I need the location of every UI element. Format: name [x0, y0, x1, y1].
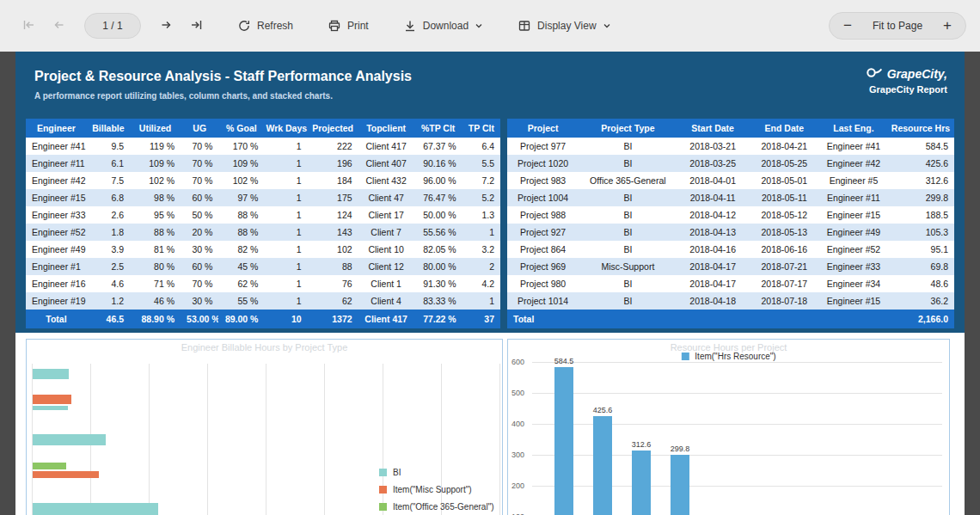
bar-segment [33, 395, 71, 404]
refresh-button[interactable]: Refresh [229, 12, 302, 40]
legend-item: BI [379, 467, 494, 478]
table-cell: 1 [264, 155, 307, 172]
legend-item: Item("Misc Support") [379, 484, 494, 495]
display-view-button[interactable]: Display View [509, 12, 619, 40]
table-cell: 50.00 % [414, 206, 462, 224]
table-cell: 70 % [181, 138, 218, 155]
table-cell: 2.6 [87, 206, 130, 224]
table-cell: 124 [308, 206, 358, 224]
table-cell: Client 1 [358, 275, 414, 292]
table-cell: 83.33 % [414, 292, 462, 310]
report-page: Project & Resource Analysis - Staff Perf… [15, 52, 965, 515]
refresh-label: Refresh [257, 20, 293, 32]
table-cell: 2018-03-21 [677, 138, 749, 155]
table-row: Project 969Misc-Support2018-04-172018-07… [507, 258, 954, 275]
table-cell: 60 % [181, 189, 218, 206]
table-cell: Client 10 [358, 241, 414, 258]
table-cell: BI [579, 241, 677, 258]
table-cell: 2018-05-11 [749, 189, 820, 206]
table-cell: 6.8 [87, 189, 130, 206]
table-cell: Client 432 [358, 172, 414, 189]
table-cell: 1 [462, 224, 500, 241]
table-cell: Engineer #1 [26, 258, 87, 275]
table-row: Project 1014BI2018-04-182018-07-18Engine… [507, 292, 954, 310]
column-bar [593, 416, 612, 515]
table-cell: 2018-05-25 [749, 155, 820, 172]
brand-name: GrapeCity, [887, 67, 947, 81]
total-cell: 77.22 % [414, 310, 462, 328]
table-cell: 143 [308, 224, 358, 241]
column-header: Topclient [358, 119, 414, 138]
table-cell: 119 % [130, 138, 181, 155]
column-header: Projected [308, 119, 358, 138]
table-cell: Misc-Support [579, 258, 677, 275]
table-header-row: ProjectProject TypeStart DateEnd DateLas… [507, 119, 954, 138]
table-cell: 1 [264, 224, 307, 241]
table-cell: 2.5 [87, 258, 130, 275]
first-page-button[interactable] [14, 11, 44, 41]
table-cell: 2018-04-18 [677, 292, 749, 310]
table-cell: Engineer #52 [820, 241, 887, 258]
table-cell: 62 % [218, 275, 264, 292]
table-cell: 76 [308, 275, 358, 292]
table-cell: Engineer #41 [820, 138, 887, 155]
table-row: Engineer #427.5102 %70 %102 %1184Client … [26, 172, 500, 189]
legend-swatch [681, 353, 689, 360]
print-button[interactable]: Print [319, 12, 377, 40]
column-value-label: 299.8 [671, 444, 690, 453]
page-indicator[interactable]: 1 / 1 [84, 13, 141, 39]
table-cell: Engineer #15 [820, 292, 887, 310]
chart-legend: BIItem("Misc Support")Item("Office 365-G… [379, 467, 494, 515]
table-cell: 95.1 [887, 241, 954, 258]
stacked-bar-chart: Engineer Billable Hours by Project Type … [26, 339, 503, 515]
table-cell: 2018-07-17 [749, 275, 820, 292]
table-cell: 88 % [218, 206, 264, 224]
table-cell: 1 [264, 206, 307, 224]
table-cell: Engineer #15 [820, 206, 887, 224]
table-row: Engineer #116.1109 %70 %109 %1196Client … [26, 155, 500, 172]
first-page-icon [21, 18, 36, 34]
table-cell: 1 [264, 172, 307, 189]
zoom-out-button[interactable]: − [836, 17, 859, 34]
engineer-table: EngineerBillableUtilizedUG% GoalWrk Days… [26, 119, 500, 328]
table-cell: BI [579, 155, 677, 172]
next-page-button[interactable] [151, 11, 181, 41]
print-label: Print [347, 20, 369, 32]
table-cell: 55.56 % [414, 224, 462, 241]
table-cell: 2018-07-21 [749, 258, 820, 275]
total-cell: 88.90 % [130, 310, 181, 328]
table-cell: 88 % [218, 224, 264, 241]
table-cell: 70 % [181, 172, 218, 189]
gridline [532, 362, 942, 363]
table-cell: 9.5 [87, 138, 130, 155]
table-row: Engineer #12.580 %60 %45 %188Client 1280… [26, 258, 500, 275]
download-button[interactable]: Download [395, 12, 492, 40]
table-row: Project 977BI2018-03-212018-04-21Enginee… [507, 138, 954, 155]
zoom-in-button[interactable]: + [936, 17, 959, 34]
table-cell: 96.00 % [414, 172, 462, 189]
table-cell: 55 % [218, 292, 264, 310]
gridline [149, 364, 150, 515]
table-cell: 30 % [181, 241, 218, 258]
table-cell: Engineer #34 [820, 275, 887, 292]
column-header: %TP Clt [414, 119, 462, 138]
last-page-button[interactable] [181, 11, 211, 41]
table-cell: 2018-06-16 [749, 241, 820, 258]
table-cell: 109 % [130, 155, 181, 172]
previous-page-button[interactable] [44, 11, 74, 41]
column-header: Billable [87, 119, 130, 138]
column-header: Engineer [26, 119, 87, 138]
table-cell: 2018-05-13 [749, 224, 820, 241]
table-cell: 1 [462, 292, 500, 310]
table-cell: 81 % [130, 241, 181, 258]
table-cell: Client 12 [358, 258, 414, 275]
table-cell: 1 [264, 258, 307, 275]
table-cell: 102 [308, 241, 358, 258]
column-header: UG [181, 119, 218, 138]
zoom-level[interactable]: Fit to Page [873, 20, 922, 32]
column-header: TP Clt [462, 119, 500, 138]
legend-swatch [379, 503, 387, 511]
table-cell: Engineer #15 [26, 189, 87, 206]
table-cell: BI [579, 206, 677, 224]
table-cell: 6.1 [87, 155, 130, 172]
